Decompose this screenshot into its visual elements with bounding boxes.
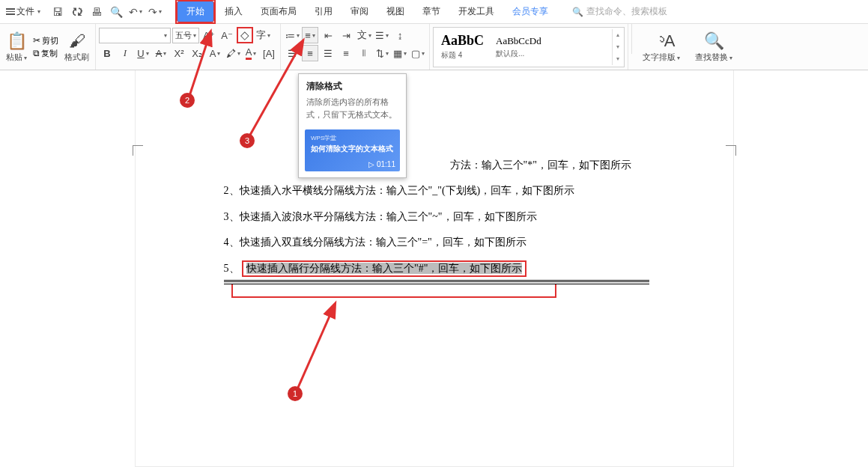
annotation-badge-3: 3 [240,133,255,148]
annotation-badge-1: 1 [288,386,303,401]
annotation-badge-2: 2 [180,93,195,108]
svg-line-0 [189,41,207,96]
svg-line-1 [249,49,298,136]
svg-line-2 [297,313,331,389]
annotation-arrows [0,0,868,467]
